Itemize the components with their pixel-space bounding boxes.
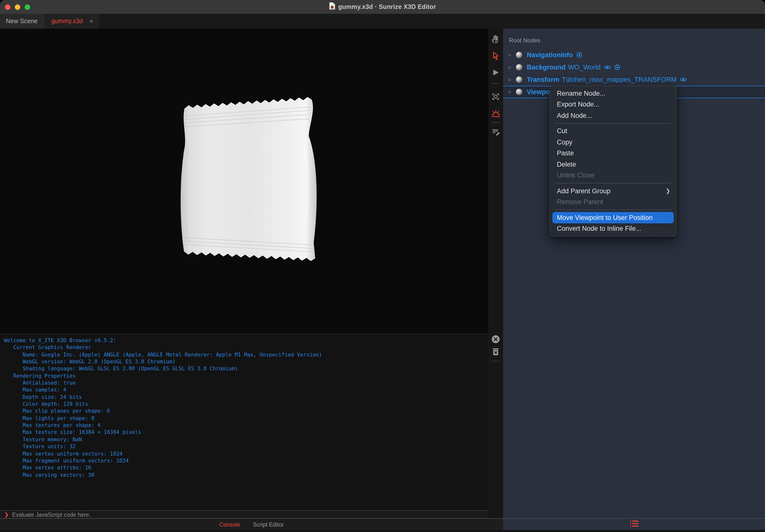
menu-item-label: Convert Node to Inline File... <box>557 225 641 233</box>
menu-separator <box>555 183 671 184</box>
app-window: gummy.x3d · Sunrize X3D Editor New Scene… <box>0 0 765 532</box>
console-log-text: Welcome to X_ITE X3D Browser v9.5.2: Cur… <box>0 334 488 478</box>
menu-item-export-node[interactable]: Export Node... <box>550 99 676 110</box>
node-type-label: Background <box>527 64 566 71</box>
clear-console-icon[interactable] <box>491 334 501 344</box>
expander-triangle-icon[interactable] <box>508 53 511 57</box>
context-menu: Rename Node...Export Node...Add Node...C… <box>549 85 677 237</box>
tab-console[interactable]: Console <box>219 521 240 527</box>
hand-tool-icon[interactable] <box>491 34 501 44</box>
sunrise-icon[interactable] <box>491 109 501 118</box>
window-title: gummy.x3d · Sunrize X3D Editor <box>339 3 436 10</box>
tab-new-scene[interactable]: New Scene <box>0 14 45 29</box>
outline-list-icon[interactable] <box>630 520 638 529</box>
bottom-tabs: Console Script Editor <box>0 519 503 530</box>
tree-node-transform[interactable]: TransformTütchen_rissc_mappes_TRANSFORM <box>503 74 765 86</box>
look-at-all-icon[interactable] <box>491 92 501 102</box>
node-type-label: NavigationInfo <box>527 51 573 59</box>
node-sphere-icon <box>516 52 522 58</box>
menu-item-label: Copy <box>557 139 572 146</box>
viewport-toolbar <box>488 29 503 518</box>
node-def-name: WO_World <box>568 64 601 71</box>
traffic-lights <box>5 0 30 14</box>
menu-separator <box>555 123 671 124</box>
viewport-3d[interactable] <box>0 29 488 334</box>
x3d-document-icon <box>329 2 336 12</box>
menu-item-move-viewpoint-to-user-position[interactable]: Move Viewpoint to User Position <box>552 212 674 223</box>
menu-item-label: Remove Parent <box>557 199 603 206</box>
console-output: Welcome to X_ITE X3D Browser v9.5.2: Cur… <box>0 334 488 510</box>
select-arrow-icon[interactable] <box>491 51 501 61</box>
node-sphere-icon <box>516 64 522 71</box>
outline-header: Root Nodes <box>503 29 765 43</box>
menu-item-convert-node-to-inline-file[interactable]: Convert Node to Inline File... <box>550 223 676 234</box>
minimize-window-button[interactable] <box>15 4 20 10</box>
node-type-label: Transform <box>527 76 559 83</box>
expander-triangle-icon[interactable] <box>508 78 511 82</box>
node-sphere-icon <box>516 89 522 95</box>
toolbar-separator <box>492 83 500 84</box>
menu-item-cut[interactable]: Cut <box>550 126 676 137</box>
console-input-row[interactable]: ❯ Evaluate JavaScript code here. <box>0 510 488 518</box>
menu-item-paste[interactable]: Paste <box>550 148 676 159</box>
menu-item-label: Paste <box>557 150 574 157</box>
menu-item-label: Move Viewpoint to User Position <box>557 214 652 222</box>
node-def-name: Tütchen_rissc_mappes_TRANSFORM <box>562 76 676 83</box>
eye-icon[interactable] <box>679 77 687 82</box>
prompt-chevron-icon: ❯ <box>4 512 9 517</box>
menu-item-label: Add Node... <box>557 112 592 119</box>
bound-icon[interactable] <box>576 52 582 58</box>
expander-triangle-icon[interactable] <box>508 90 511 94</box>
toolbar-separator <box>492 361 500 361</box>
tab-gummy-x3d[interactable]: gummy.x3d × <box>45 14 99 29</box>
toolbar-separator <box>492 122 500 123</box>
menu-item-add-node[interactable]: Add Node... <box>550 110 676 121</box>
script-edit-icon[interactable] <box>491 127 501 137</box>
menu-item-delete[interactable]: Delete <box>550 159 676 170</box>
eye-icon[interactable] <box>603 65 611 70</box>
menu-item-label: Delete <box>557 161 576 168</box>
tree-node-background[interactable]: BackgroundWO_World <box>503 61 765 74</box>
menu-item-label: Add Parent Group <box>557 187 611 195</box>
window-bottom-edge <box>0 530 765 532</box>
submenu-chevron-icon: ❯ <box>666 188 670 194</box>
bottom-bar: Console Script Editor <box>0 518 765 530</box>
panel-bottom-bar <box>503 519 765 530</box>
zoom-window-button[interactable] <box>25 4 30 10</box>
menu-item-add-parent-group[interactable]: Add Parent Group❯ <box>550 186 676 197</box>
menu-item-unlink-clone: Unlink Clone <box>550 170 676 181</box>
tab-label: New Scene <box>6 18 38 25</box>
tab-script-editor[interactable]: Script Editor <box>253 521 284 527</box>
trash-icon[interactable] <box>491 346 501 356</box>
menu-item-label: Unlink Clone <box>557 172 595 179</box>
menu-item-label: Export Node... <box>557 101 599 108</box>
menu-item-label: Cut <box>557 128 567 135</box>
menu-item-copy[interactable]: Copy <box>550 137 676 148</box>
menu-item-label: Rename Node... <box>557 90 605 97</box>
bound-icon[interactable] <box>614 64 620 71</box>
play-icon[interactable] <box>491 68 501 77</box>
menu-item-rename-node[interactable]: Rename Node... <box>550 88 676 99</box>
tab-bar: New Scene gummy.x3d × <box>0 14 765 29</box>
close-tab-icon[interactable]: × <box>90 18 93 24</box>
expander-triangle-icon[interactable] <box>508 65 511 69</box>
menu-item-remove-parent: Remove Parent <box>550 197 676 208</box>
titlebar: gummy.x3d · Sunrize X3D Editor <box>0 0 765 14</box>
close-window-button[interactable] <box>5 4 10 10</box>
node-sphere-icon <box>516 76 522 83</box>
tree-node-navigationinfo[interactable]: NavigationInfo <box>503 49 765 61</box>
rendered-bag-object <box>180 96 318 267</box>
tab-label: gummy.x3d <box>51 18 83 25</box>
menu-separator <box>555 210 671 210</box>
console-input-placeholder: Evaluate JavaScript code here. <box>12 512 91 517</box>
